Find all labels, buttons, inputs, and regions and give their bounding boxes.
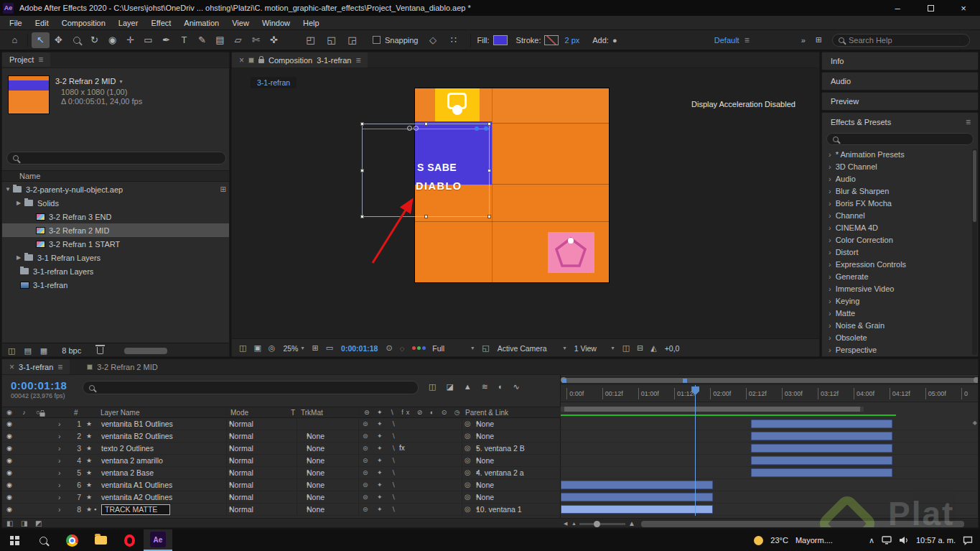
layer-expand-arrow[interactable]: ›: [58, 504, 61, 515]
parent-dropdown[interactable]: 5. ventana 2 B: [476, 443, 548, 454]
number-column-header[interactable]: #: [74, 407, 78, 418]
effects-category[interactable]: Obsolete: [822, 331, 978, 343]
layer-visibility-toggle[interactable]: ◉: [6, 504, 12, 515]
blend-mode-dropdown[interactable]: Normal: [229, 504, 271, 515]
close-tab-icon[interactable]: ×: [9, 362, 14, 372]
close-tab-icon[interactable]: ×: [239, 55, 244, 65]
expand-transfer-controls-icon[interactable]: ◨: [21, 519, 27, 528]
blend-mode-dropdown[interactable]: Normal: [229, 479, 271, 491]
weather-desc[interactable]: Mayorm....: [795, 536, 833, 545]
path-vertex-icon[interactable]: [484, 126, 488, 131]
trkmat-dropdown[interactable]: None: [307, 455, 344, 466]
layer-name[interactable]: ventanita B1 Outlines: [101, 418, 173, 430]
menu-item[interactable]: Layer: [112, 19, 145, 27]
layer-visibility-toggle[interactable]: ◉: [6, 491, 12, 503]
parent-pickwhip-icon[interactable]: ◎: [465, 455, 471, 466]
project-horizontal-scrollbar[interactable]: [124, 348, 167, 354]
home-button[interactable]: ⌂: [6, 32, 24, 48]
layer-expand-arrow[interactable]: ›: [58, 430, 61, 442]
layer-color-swatch[interactable]: ▪: [94, 504, 96, 515]
project-search[interactable]: [6, 152, 226, 165]
layer-visibility-toggle[interactable]: ◉: [6, 430, 12, 442]
trkmat-dropdown[interactable]: None: [307, 491, 344, 503]
parent-pickwhip-icon[interactable]: ◎: [465, 467, 471, 478]
weather-temp[interactable]: 23°C: [770, 536, 788, 545]
channels-icon[interactable]: [412, 346, 416, 350]
trkmat-dropdown[interactable]: None: [307, 504, 344, 515]
layer-row[interactable]: ◉ › 7 ★ ventanita A2 Outlines Normal Non…: [2, 491, 561, 504]
type-tool[interactable]: T: [175, 32, 193, 48]
parent-link-column-header[interactable]: Parent & Link: [465, 407, 508, 418]
comp-marker-bin-icon[interactable]: ◆: [973, 420, 977, 426]
region-of-interest-icon[interactable]: ◱: [482, 343, 489, 353]
trash-icon[interactable]: [97, 347, 103, 354]
project-item[interactable]: 3-2 Refran 3 END: [2, 210, 230, 223]
fast-previews-icon[interactable]: ◭: [650, 343, 656, 353]
always-preview-icon[interactable]: ◫: [239, 343, 246, 353]
resolution-dropdown[interactable]: Full: [432, 344, 474, 353]
motion-blur-icon[interactable]: ◐: [498, 382, 503, 392]
layer-switches[interactable]: ⊜ ✦ ∖: [363, 443, 399, 454]
shy-icon[interactable]: ★: [86, 504, 92, 515]
shy-icon[interactable]: ★: [86, 443, 92, 454]
layer-switches[interactable]: ⊜ ✦ ∖: [363, 467, 399, 478]
pen-tool[interactable]: ✒: [157, 32, 175, 48]
selection-bounding-box[interactable]: [362, 124, 490, 217]
shy-icon[interactable]: ★: [86, 479, 92, 491]
layer-expand-arrow[interactable]: ›: [58, 455, 61, 466]
tray-expand-icon[interactable]: ∧: [869, 536, 874, 545]
taskbar-search-button[interactable]: [29, 529, 57, 551]
effects-category[interactable]: CINEMA 4D: [822, 221, 978, 233]
shy-icon[interactable]: ★: [86, 430, 92, 442]
snap-grid-icon[interactable]: ∷: [445, 32, 463, 48]
effects-category[interactable]: Perspective: [822, 343, 978, 356]
effects-category[interactable]: Distort: [822, 246, 978, 258]
expand-arrow-icon[interactable]: ▶: [17, 254, 24, 261]
panel-menu-icon[interactable]: ≡: [38, 55, 43, 65]
layer-name[interactable]: ventanita A2 Outlines: [101, 491, 172, 503]
blend-mode-dropdown[interactable]: Normal: [229, 430, 271, 442]
menu-item[interactable]: View: [225, 19, 256, 27]
pixel-aspect-icon[interactable]: ⊟: [637, 343, 643, 353]
new-folder-icon[interactable]: ▤: [24, 346, 31, 356]
parent-dropdown[interactable]: None: [476, 491, 548, 503]
layer-switches[interactable]: ⊜ ✦ ∖: [363, 418, 399, 430]
parent-pickwhip-icon[interactable]: ◎: [465, 418, 471, 430]
axis-mode-world-icon[interactable]: ◱: [322, 32, 340, 48]
layer-name[interactable]: ventanita B2 Outlines: [101, 430, 173, 442]
selected-comp-name[interactable]: 3-2 Refran 2 MID▾: [55, 77, 122, 85]
layer-expand-arrow[interactable]: ›: [58, 491, 61, 503]
effects-scrollbar-thumb[interactable]: [973, 150, 976, 222]
brush-tool[interactable]: ✎: [193, 32, 211, 48]
overflow-icon[interactable]: »: [801, 36, 806, 45]
layer-name-column-header[interactable]: Layer Name: [101, 407, 139, 418]
effects-search-input[interactable]: [843, 135, 967, 144]
layer-switches[interactable]: ⊜ ✦ ∖: [363, 504, 399, 515]
trkmat-dropdown[interactable]: None: [307, 467, 344, 478]
layer-expand-arrow[interactable]: ›: [58, 467, 61, 478]
menu-item[interactable]: Edit: [29, 19, 55, 27]
menu-item[interactable]: Composition: [55, 19, 112, 27]
panel-menu-icon[interactable]: ≡: [57, 362, 62, 372]
help-search-input[interactable]: [849, 36, 963, 45]
layer-switches[interactable]: ⊜ ✦ ∖: [363, 455, 399, 466]
project-search-input[interactable]: [23, 154, 220, 162]
new-composition-icon[interactable]: ▦: [40, 346, 47, 356]
parent-dropdown[interactable]: 10. ventana 1: [476, 504, 548, 515]
navigator-bar[interactable]: [562, 378, 978, 383]
hand-tool[interactable]: ✥: [50, 32, 67, 48]
hide-shy-layers-icon[interactable]: ▲: [464, 382, 472, 392]
workspace-selector[interactable]: Default: [714, 36, 739, 45]
help-search[interactable]: [832, 34, 970, 47]
mask-visibility-icon[interactable]: ◎: [269, 343, 276, 353]
maximize-button[interactable]: [914, 0, 947, 16]
chrome-app-button[interactable]: [57, 529, 86, 551]
add-shape-icon[interactable]: ●: [612, 36, 617, 45]
zoom-in-icon[interactable]: ▲: [628, 519, 635, 528]
layer-visibility-toggle[interactable]: ◉: [6, 443, 12, 454]
expand-in-out-icon[interactable]: ◩: [35, 519, 42, 528]
stroke-swatch[interactable]: [544, 35, 559, 45]
layer-visibility-toggle[interactable]: ◉: [6, 455, 12, 466]
panel-grid-icon[interactable]: ⊞: [816, 35, 822, 45]
pan-behind-tool[interactable]: ✛: [121, 32, 139, 48]
